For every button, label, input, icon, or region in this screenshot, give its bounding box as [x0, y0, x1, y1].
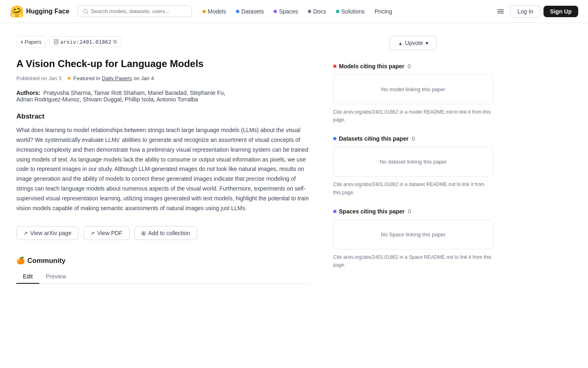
upvote-section: Upvote [333, 36, 493, 50]
navbar: 🤗 Hugging Face Models Datasets Spaces Do… [0, 0, 588, 23]
view-pdf-button[interactable]: ↗ View PDF [83, 226, 129, 240]
solutions-dot [336, 10, 339, 13]
authors-label: Authors: [16, 90, 40, 96]
breadcrumb: Papers arxiv:2401.01862 ⧉ [16, 36, 310, 47]
nav-datasets[interactable]: Datasets [232, 6, 268, 17]
hugging-face-logo: 🤗 [10, 5, 23, 18]
bookmark-icon: ⊞ [141, 230, 146, 236]
upvote-chevron-icon [425, 40, 428, 46]
author-1[interactable]: Tamar Rott Shaham [94, 90, 145, 96]
svg-line-1 [87, 12, 88, 13]
authors-section: Authors: Pratyusha Sharma, Tamar Rott Sh… [16, 90, 310, 103]
author-0[interactable]: Pratyusha Sharma [43, 90, 91, 96]
view-arxiv-button[interactable]: ↗ View arXiv page [16, 226, 78, 240]
featured-badge: ★ Featured in Daily Papers on Jan 4 [67, 75, 154, 81]
community-section: 🍊 Community Edit Preview [16, 256, 310, 284]
datasets-dot [236, 10, 239, 13]
tab-preview[interactable]: Preview [39, 270, 73, 284]
models-dot [203, 10, 206, 13]
docs-dot [308, 10, 311, 13]
abstract-title: Abstract [16, 112, 310, 121]
author-6[interactable]: Phillip Isola [125, 96, 154, 103]
breadcrumb-arxiv-id: arxiv:2401.01862 ⧉ [49, 36, 121, 47]
doc-icon [54, 39, 59, 45]
nav-links: Models Datasets Spaces Docs Solutions Pr… [198, 6, 396, 17]
paper-meta: Published on Jan 3 ★ Featured in Daily P… [16, 75, 310, 81]
models-citing-section: Models citing this paper 0 No model link… [333, 63, 493, 124]
upvote-button[interactable]: Upvote [390, 36, 437, 50]
author-7[interactable]: Antonio Torralba [156, 96, 198, 103]
menu-icon[interactable] [494, 6, 507, 17]
tab-edit[interactable]: Edit [16, 270, 39, 284]
author-3[interactable]: Stephanie Fu [190, 90, 224, 96]
author-2[interactable]: Manel Baradad [148, 90, 187, 96]
models-section-header: Models citing this paper 0 [333, 63, 493, 70]
page-layout: Papers arxiv:2401.01862 ⧉ A Vision Check… [0, 23, 588, 297]
paper-title: A Vision Check-up for Language Models [16, 57, 310, 70]
search-input[interactable] [91, 8, 187, 14]
upvote-arrow-icon [398, 40, 403, 46]
nav-spaces[interactable]: Spaces [270, 6, 302, 17]
spaces-citing-section: Spaces citing this paper 0 No Space link… [333, 208, 493, 269]
star-icon: ★ [67, 75, 72, 81]
external-link-icon: ↗ [23, 230, 28, 236]
breadcrumb-papers[interactable]: Papers [16, 36, 46, 47]
models-dot [333, 65, 336, 68]
login-button[interactable]: Log In [510, 5, 540, 18]
datasets-citing-section: Datasets citing this paper 0 No dataset … [333, 135, 493, 196]
spaces-dot [333, 210, 336, 213]
signup-button[interactable]: Sign Up [543, 6, 578, 17]
nav-pricing[interactable]: Pricing [370, 6, 396, 17]
spaces-cite-text: Cite arxiv.org/abs/2401.01862 in a Space… [333, 254, 493, 269]
main-content: Papers arxiv:2401.01862 ⧉ A Vision Check… [0, 23, 327, 297]
community-emoji: 🍊 [16, 256, 25, 265]
models-cite-text: Cite arxiv.org/abs/2401.01862 in a model… [333, 108, 493, 124]
sidebar: Upvote Models citing this paper 0 No mod… [327, 23, 506, 297]
nav-models[interactable]: Models [198, 6, 230, 17]
abstract-text: What does learning to model relationship… [16, 126, 310, 213]
search-box [78, 5, 192, 17]
spaces-empty-box: No Space linking this paper [333, 220, 493, 249]
community-title: 🍊 Community [16, 256, 310, 265]
back-icon [21, 38, 23, 45]
datasets-dot [333, 137, 336, 140]
author-4[interactable]: Adrian Rodriguez-Munoz [16, 96, 80, 103]
spaces-section-header: Spaces citing this paper 0 [333, 208, 493, 215]
pdf-icon: ↗ [90, 230, 95, 236]
brand-logo-link[interactable]: 🤗 Hugging Face [10, 5, 69, 18]
spaces-dot [274, 10, 277, 13]
datasets-empty-box: No dataset linking this paper [333, 147, 493, 177]
search-icon [83, 9, 89, 14]
author-5[interactable]: Shivam Duggal [83, 96, 122, 103]
daily-papers-link[interactable]: Daily Papers [102, 75, 132, 81]
community-tabs: Edit Preview [16, 270, 310, 284]
datasets-cite-text: Cite arxiv.org/abs/2401.01862 in a datas… [333, 181, 493, 196]
nav-docs[interactable]: Docs [304, 6, 330, 17]
datasets-section-header: Datasets citing this paper 0 [333, 135, 493, 142]
copy-icon[interactable]: ⧉ [113, 38, 117, 45]
action-buttons: ↗ View arXiv page ↗ View PDF ⊞ Add to co… [16, 226, 310, 240]
brand-name: Hugging Face [26, 8, 69, 15]
published-date: Published on Jan 3 [16, 75, 62, 81]
add-collection-button[interactable]: ⊞ Add to collection [134, 226, 197, 240]
models-empty-box: No model linking this paper [333, 74, 493, 104]
nav-solutions[interactable]: Solutions [332, 6, 369, 17]
